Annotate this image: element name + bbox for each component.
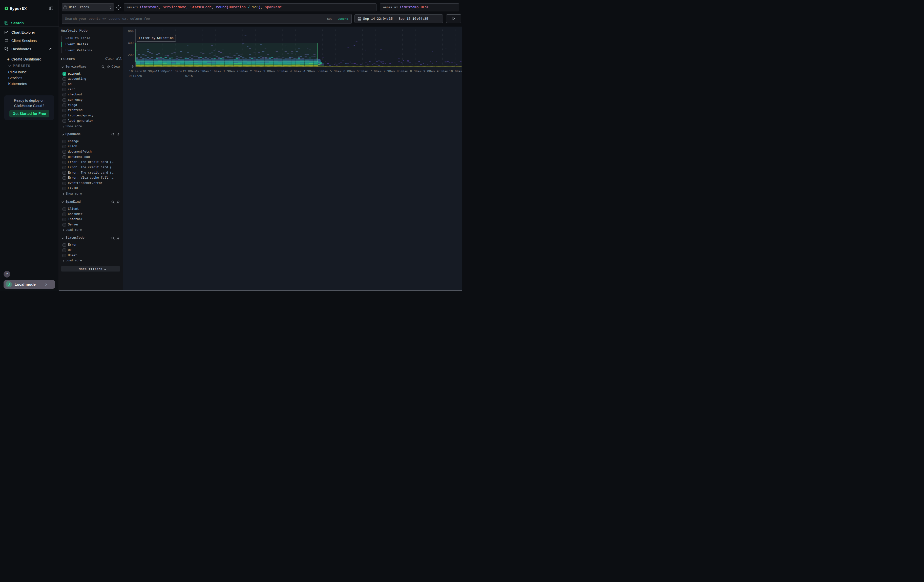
- svg-text:0: 0: [132, 65, 134, 69]
- svg-text:9/14/25: 9/14/25: [129, 74, 142, 78]
- svg-text:11:30pm: 11:30pm: [169, 70, 182, 73]
- svg-text:4:30am: 4:30am: [304, 70, 315, 73]
- svg-text:2:00am: 2:00am: [237, 70, 248, 73]
- svg-text:2:30am: 2:30am: [250, 70, 261, 73]
- svg-text:10:00am: 10:00am: [449, 70, 462, 73]
- svg-text:9:00am: 9:00am: [423, 70, 435, 73]
- svg-text:4:00am: 4:00am: [290, 70, 301, 73]
- svg-text:8:30am: 8:30am: [410, 70, 422, 73]
- svg-text:9:30am: 9:30am: [437, 70, 448, 73]
- svg-text:400: 400: [128, 41, 134, 45]
- svg-text:6:00am: 6:00am: [343, 70, 355, 73]
- svg-text:11:00pm: 11:00pm: [156, 70, 169, 73]
- svg-text:8:00am: 8:00am: [397, 70, 408, 73]
- svg-text:3:30am: 3:30am: [277, 70, 288, 73]
- svg-text:6:30am: 6:30am: [357, 70, 368, 73]
- svg-text:5:00am: 5:00am: [317, 70, 328, 73]
- svg-text:5:30am: 5:30am: [330, 70, 341, 73]
- svg-text:7:00am: 7:00am: [370, 70, 381, 73]
- svg-text:200: 200: [128, 53, 134, 57]
- svg-text:9/15: 9/15: [185, 74, 193, 78]
- svg-text:3:00am: 3:00am: [263, 70, 275, 73]
- svg-text:12:00am: 12:00am: [182, 70, 196, 73]
- svg-text:12:30am: 12:30am: [196, 70, 209, 73]
- svg-text:600: 600: [128, 30, 134, 33]
- svg-text:10:00pm: 10:00pm: [129, 70, 142, 73]
- svg-text:1:00am: 1:00am: [210, 70, 221, 73]
- svg-text:1:30am: 1:30am: [223, 70, 234, 73]
- svg-text:7:30am: 7:30am: [383, 70, 395, 73]
- svg-text:10:30pm: 10:30pm: [142, 70, 156, 73]
